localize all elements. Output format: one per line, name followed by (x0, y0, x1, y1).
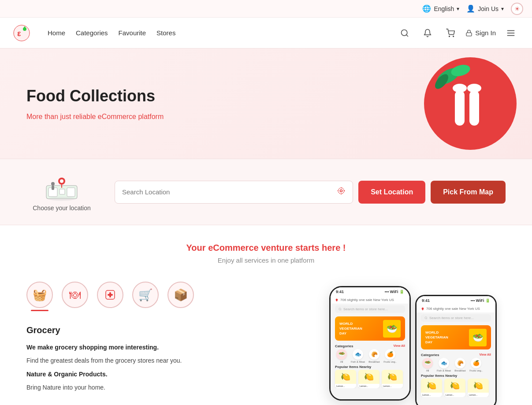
svg-text:ε: ε (17, 29, 21, 38)
hero-text: Food Collections More than just reliable… (26, 86, 506, 120)
category-item-pharmacy[interactable] (97, 282, 123, 311)
phone-mockup-2: 9:41▪▪▪ WiFi 🔋 706 slightly one sale New… (415, 295, 497, 405)
category-item-food[interactable]: 🍽 (62, 282, 88, 311)
location-controls: Set Location Pick From Map (115, 181, 506, 204)
svg-rect-28 (52, 186, 54, 190)
nav-favourite[interactable]: Favourite (119, 29, 146, 37)
category-item-box[interactable]: 📦 (167, 282, 194, 311)
svg-line-39 (341, 310, 341, 310)
lang-chevron-icon: ▾ (457, 6, 459, 12)
pharmacy-icon (97, 282, 123, 308)
phone-address-bar-2: 706 slightly one sale New York US (417, 305, 495, 312)
food-icon: 🍽 (62, 282, 88, 308)
phone-search-bar[interactable]: Search items or store here... (335, 305, 405, 313)
phone-categories-label: CategoriesView All (331, 342, 409, 349)
box-icon: 📦 (167, 282, 194, 308)
grocery-point-1: We make grocery shopping more interestin… (26, 342, 329, 352)
signin-label: Sign In (475, 29, 496, 37)
hero-section: Food Collections More than just reliable… (0, 48, 532, 159)
phone-status-bar: 9:41▪▪▪ WiFi 🔋 (331, 287, 409, 296)
pick-from-map-button[interactable]: Pick From Map (431, 181, 506, 204)
nav-stores[interactable]: Stores (156, 29, 175, 37)
theme-icon: ☀ (514, 5, 520, 12)
svg-point-0 (14, 25, 30, 41)
categories-left: 🧺 🍽 🛒 📦 Grocery We make grocery shopping… (26, 282, 329, 405)
theme-toggle[interactable]: ☀ (511, 3, 523, 15)
join-user-icon: 👤 (466, 4, 475, 13)
tagline-sub: Enjoy all services in one platform (9, 256, 523, 264)
lang-flag-icon: 🌐 (422, 4, 431, 13)
tagline-main: Your eCommerce venture starts here ! (9, 243, 523, 253)
logo[interactable]: ε (13, 25, 30, 41)
svg-rect-22 (67, 188, 75, 197)
phone-banner-2: WORLDVEGETARIANDAY 🥗 (421, 325, 491, 349)
set-location-button[interactable]: Set Location (358, 181, 425, 204)
phone-mockup-1: 9:41▪▪▪ WiFi 🔋 706 slightly one sale New… (329, 286, 411, 401)
svg-point-30 (339, 188, 344, 193)
phone-banner: WORLDVEGETARIANDAY 🥗 (335, 316, 405, 341)
join-us-selector[interactable]: 👤 Join Us ▾ (466, 4, 504, 13)
svg-rect-37 (108, 294, 113, 296)
grocery-title: Grocery (26, 325, 329, 335)
category-item-grocery[interactable]: 🧺 (26, 282, 53, 311)
nav-links: Home Categories Favourite Stores (48, 29, 383, 37)
tagline-section: Your eCommerce venture starts here ! Enj… (0, 225, 532, 273)
svg-point-6 (453, 36, 454, 37)
phone-cat-all: 🥗 All (335, 349, 348, 363)
phone-cat-breakfast: 🥐 Breakfast (368, 349, 381, 363)
lang-label: English (434, 5, 454, 12)
svg-point-27 (51, 182, 55, 186)
category-item-cart[interactable]: 🛒 (132, 282, 159, 311)
svg-point-29 (340, 190, 342, 192)
svg-line-41 (427, 319, 427, 319)
hero-title: Food Collections (26, 86, 506, 105)
phone-product-3: 🍋 Lemon... (382, 370, 403, 388)
grocery-point-2: Find the greatest deals from the grocery… (26, 356, 329, 365)
svg-point-2 (23, 27, 26, 31)
svg-point-26 (48, 197, 75, 201)
phone-product-2: 🍋 Lemon... (358, 370, 379, 388)
phone-search-bar-2[interactable]: Search items or store here... (421, 314, 491, 322)
location-label: Choose your location (33, 204, 91, 212)
phone-categories-row: 🥗 All 🐟 Fish & Meat 🥐 Breakfast 🍊 (331, 349, 409, 363)
grocery-point-4: Bring Nature into your home. (26, 383, 329, 392)
hero-subtitle: More than just reliable eCommerce platfo… (26, 113, 506, 121)
cart-button[interactable] (443, 25, 458, 41)
svg-line-4 (406, 34, 408, 36)
phone-address-bar: 706 slightly one sale New York US (331, 296, 409, 304)
top-bar: 🌐 English ▾ 👤 Join Us ▾ ☀ (0, 0, 532, 18)
menu-button[interactable] (503, 25, 519, 41)
search-location-wrapper[interactable] (115, 181, 353, 204)
phone-product-1: 🍋 Lemon... (335, 370, 356, 388)
location-section: Choose your location Set Location Pick F… (0, 159, 532, 225)
search-location-input[interactable] (122, 188, 333, 196)
notifications-button[interactable] (420, 25, 435, 41)
search-button[interactable] (397, 25, 413, 41)
svg-point-38 (339, 308, 341, 310)
phone-status-bar-2: 9:41▪▪▪ WiFi 🔋 (417, 296, 495, 305)
categories-right: 9:41▪▪▪ WiFi 🔋 706 slightly one sale New… (329, 282, 506, 405)
nav-categories[interactable]: Categories (76, 29, 108, 37)
language-selector[interactable]: 🌐 English ▾ (422, 4, 459, 13)
navbar: ε Home Categories Favourite Stores Sign … (0, 18, 532, 48)
location-target-icon[interactable] (337, 186, 346, 197)
signin-button[interactable]: Sign In (465, 29, 496, 37)
nav-actions: Sign In (397, 25, 519, 41)
nav-home[interactable]: Home (48, 29, 65, 37)
phone-products-row: 🍋 Lemon... 🍋 Lemon... 🍋 Lemon... (331, 370, 409, 388)
phone-screen-2: 9:41▪▪▪ WiFi 🔋 706 slightly one sale New… (417, 296, 495, 405)
phone-cat-fish: 🐟 Fish & Meat (351, 349, 365, 363)
join-label: Join Us (478, 5, 499, 12)
svg-rect-21 (60, 189, 65, 194)
phone-popular-label: Popular Items Nearby (331, 363, 409, 370)
categories-section: 🧺 🍽 🛒 📦 Grocery We make grocery shopping… (0, 273, 532, 405)
phone-banner-text: WORLDVEGETARIANDAY (339, 321, 362, 336)
grocery-icon: 🧺 (26, 282, 53, 308)
phone-categories-row-2: 🥗All 🐟Fish & Meat 🥐Breakfast 🍊Fruits veg… (417, 358, 495, 372)
grocery-active-indicator (31, 310, 48, 311)
join-chevron-icon: ▾ (501, 6, 504, 12)
location-illustration: Choose your location (26, 172, 97, 212)
svg-rect-7 (466, 33, 472, 36)
svg-point-5 (449, 36, 450, 37)
grocery-point-3: Nature & Organic Products. (26, 369, 329, 379)
